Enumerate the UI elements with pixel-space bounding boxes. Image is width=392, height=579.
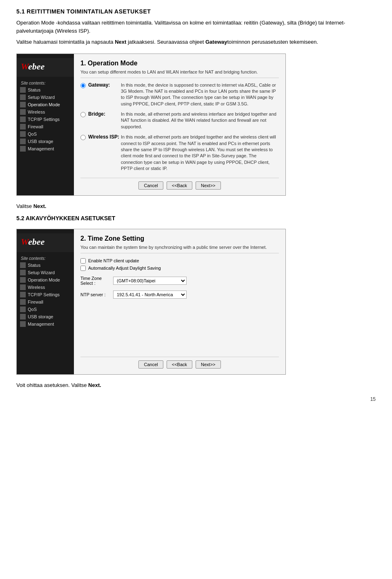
page-icon [20, 277, 26, 283]
sidebar-item-setup-wizard-2[interactable]: Setup Wizard [17, 269, 74, 276]
page-icon [20, 116, 26, 122]
sidebar-item-label: Setup Wizard [28, 270, 55, 275]
valitse-next-bold-2: Next. [88, 382, 101, 388]
sidebar-item-operation-mode[interactable]: Operation Mode [17, 101, 74, 108]
page-icon [20, 109, 26, 115]
logo-area: Webee [17, 58, 74, 77]
page-icon [20, 94, 26, 100]
operation-mode-subtitle: You can setup different modes to LAN and… [80, 69, 279, 78]
sidebar-item-tcpip[interactable]: TCP/IP Settings [17, 116, 74, 123]
back-button-2[interactable]: <<Back [167, 360, 192, 369]
sidebar-item-setup-wizard[interactable]: Setup Wizard [17, 94, 74, 101]
wireless-isp-label: Wireless ISP: [88, 134, 121, 140]
page-icon [20, 292, 26, 297]
valitse-prefix-2: Voit ohittaa asetuksen. Valitse [16, 382, 88, 388]
section-1-title: 5.1 REITITTIMEN TOIMINTATILAN ASETUKSET [16, 8, 376, 15]
ntp-enable-checkbox[interactable] [80, 258, 86, 264]
cancel-button[interactable]: Cancel [138, 181, 163, 190]
sidebar-item-label: Operation Mode [28, 102, 60, 107]
ntp-server-field-row: NTP server : 192.5.41.41 - North America [80, 291, 279, 299]
sidebar-item-wireless[interactable]: Wireless [17, 108, 74, 116]
operation-mode-screenshot: Webee Site contents: Status Setup Wizard… [16, 54, 286, 196]
sidebar-item-label: TCP/IP Settings [28, 292, 60, 297]
gateway-radio[interactable] [80, 83, 86, 88]
sidebar: Webee Site contents: Status Setup Wizard… [17, 54, 74, 195]
logo-2: Webee [21, 237, 45, 247]
sidebar-item-label: Management [28, 146, 54, 151]
sidebar-item-label: QoS [28, 132, 37, 136]
page-number: 15 [16, 396, 376, 402]
operation-mode-buttons: Cancel <<Back Next>> [80, 178, 279, 190]
sidebar-item-label: Status [28, 87, 40, 92]
sidebar-item-usb-storage-2[interactable]: USB storage [17, 313, 74, 320]
page-icon [20, 321, 26, 327]
ntp-server-select[interactable]: 192.5.41.41 - North America [113, 291, 187, 299]
wireless-isp-option-row: Wireless ISP: In this mode, all ethernet… [80, 134, 279, 172]
sidebar-item-label: QoS [28, 307, 37, 312]
gateway-desc: In this mode, the device is supposed to … [121, 82, 279, 107]
sidebar-item-wireless-2[interactable]: Wireless [17, 284, 74, 291]
sidebar-item-qos[interactable]: QoS [17, 130, 74, 138]
cancel-button-2[interactable]: Cancel [138, 360, 163, 369]
wireless-isp-radio[interactable] [80, 135, 86, 140]
sidebar-item-usb-storage[interactable]: USB storage [17, 138, 74, 145]
sidebar-item-qos-2[interactable]: QoS [17, 306, 74, 313]
para2-suffix2: toiminnon perusasetusten tekemiseen. [227, 39, 318, 45]
page-icon [20, 306, 26, 312]
time-zone-buttons: Cancel <<Back Next>> [80, 357, 279, 369]
sidebar-item-firewall-2[interactable]: Firewall [17, 298, 74, 306]
sidebar-2: Webee Site contents: Status Setup Wizard… [17, 229, 74, 374]
para2-suffix: jatkaaksesi. Seuraavassa ohjeet [126, 39, 205, 45]
sidebar-section-label: Site contents: [17, 79, 74, 86]
next-button[interactable]: Next>> [196, 181, 220, 190]
sidebar-item-status-2[interactable]: Status [17, 262, 74, 269]
logo: Webee [21, 61, 45, 72]
ntp-enable-row: Enable NTP client update [80, 258, 279, 264]
sidebar-item-label: Wireless [28, 110, 45, 114]
timezone-label: Time ZoneSelect : [80, 276, 113, 286]
daylight-saving-label: Automatically Adjust Daylight Saving [88, 266, 161, 270]
ntp-enable-label: Enable NTP client update [88, 258, 139, 263]
bridge-desc: In this mode, all ethernet ports and wir… [121, 111, 279, 130]
sidebar-item-firewall[interactable]: Firewall [17, 123, 74, 130]
wireless-isp-desc: In this mode, all ethernet ports are bri… [121, 134, 279, 172]
sidebar-item-label: Firewall [28, 300, 43, 304]
para2-prefix: Valitse haluamasi toimintatila ja napsau… [16, 39, 115, 45]
sidebar-item-label: Setup Wizard [28, 95, 55, 100]
daylight-saving-row: Automatically Adjust Daylight Saving [80, 266, 279, 271]
ntp-server-label: NTP server : [80, 292, 113, 297]
page-icon [20, 284, 26, 290]
sidebar-item-label: Status [28, 263, 40, 268]
intro-para1: Operation Mode -kohdassa valitaan reitit… [16, 19, 376, 35]
timezone-select[interactable]: (GMT+08:00)Taipei [113, 277, 187, 285]
sidebar-item-management[interactable]: Management [17, 145, 74, 152]
sidebar-item-operation-mode-2[interactable]: Operation Mode [17, 276, 74, 284]
para2-bold2: Gateway [205, 39, 227, 45]
intro-para2: Valitse haluamasi toimintatila ja napsau… [16, 38, 376, 46]
sidebar-item-label: Firewall [28, 124, 43, 129]
operation-mode-title: 1. Operation Mode [80, 60, 279, 67]
sidebar-item-label: USB storage [28, 314, 53, 319]
bridge-option-row: Bridge: In this mode, all ethernet ports… [80, 111, 279, 130]
page-icon [20, 270, 26, 275]
next-button-2[interactable]: Next>> [196, 360, 220, 369]
sidebar-item-management-2[interactable]: Management [17, 320, 74, 328]
daylight-saving-checkbox[interactable] [80, 266, 86, 271]
sidebar-item-label: Operation Mode [28, 277, 60, 282]
logo-area-2: Webee [17, 233, 74, 252]
para2-next-bold: Next [115, 39, 126, 45]
timezone-field-row: Time ZoneSelect : (GMT+08:00)Taipei [80, 276, 279, 286]
back-button[interactable]: <<Back [167, 181, 192, 190]
valitse-prefix-1: Valitse [16, 203, 33, 209]
time-zone-title: 2. Time Zone Setting [80, 235, 279, 242]
sidebar-item-label: USB storage [28, 139, 53, 144]
sidebar-item-label: TCP/IP Settings [28, 117, 60, 122]
time-zone-main: 2. Time Zone Setting You can maintain th… [74, 229, 285, 374]
sidebar-item-tcpip-2[interactable]: TCP/IP Settings [17, 291, 74, 298]
section-2-title: 5.2 AIKAVYÖHYKKEEN ASETUKSET [16, 215, 376, 221]
operation-mode-main: 1. Operation Mode You can setup differen… [74, 54, 285, 195]
page-icon [20, 314, 26, 320]
bridge-radio[interactable] [80, 112, 86, 117]
sidebar-item-status[interactable]: Status [17, 86, 74, 94]
page-icon [20, 262, 26, 268]
